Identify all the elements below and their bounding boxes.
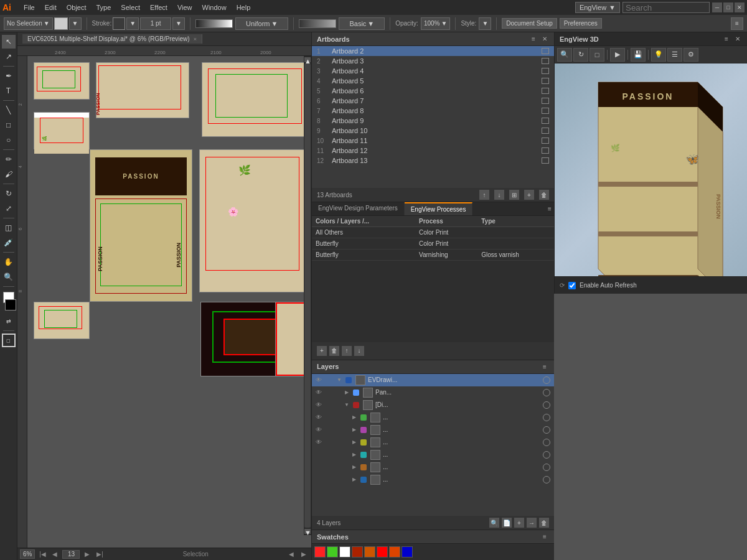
uniform-dropdown[interactable]: Uniform ▼	[235, 17, 288, 30]
artboard-row[interactable]: 6 Artboard 7	[312, 96, 554, 106]
artboard-row[interactable]: 11 Artboard 12	[312, 146, 554, 156]
layer-expand[interactable]: ▶	[350, 476, 358, 483]
nav-last[interactable]: ▶|	[95, 549, 105, 559]
layer-expand[interactable]: ▶	[343, 389, 350, 396]
style-dropdown[interactable]: ▼	[479, 17, 491, 30]
layer-eye[interactable]: 👁	[314, 426, 323, 434]
layer-lock[interactable]	[324, 450, 333, 459]
panel-toggle-icon[interactable]: ≡	[731, 17, 743, 30]
table-row[interactable]: ButterflyVarnishingGloss varnish	[312, 250, 554, 261]
layer-row[interactable]: 👁 ▶ ...	[312, 474, 554, 486]
direct-select-tool[interactable]: ↗	[2, 50, 16, 63]
swatch-cell[interactable]	[339, 546, 350, 558]
move-down-btn[interactable]: ↓	[494, 190, 504, 200]
scroll-thumb[interactable]	[304, 63, 311, 528]
selection-tool[interactable]: ↖	[2, 35, 16, 49]
layer-expand[interactable]: ▶	[350, 414, 358, 421]
layer-lock[interactable]	[324, 438, 333, 447]
page-input[interactable]	[62, 550, 80, 559]
tab-close[interactable]: ×	[194, 36, 197, 42]
artboard-row[interactable]: 10 Artboard 11	[312, 136, 554, 146]
scroll-down[interactable]: ▼	[304, 529, 311, 534]
layer-target[interactable]	[543, 389, 550, 396]
search-input[interactable]	[622, 2, 710, 13]
layer-target[interactable]	[543, 401, 550, 409]
line-tool[interactable]: ╲	[2, 103, 16, 117]
artboards-close-icon[interactable]: ✕	[540, 35, 549, 44]
ev3d-light[interactable]: 💡	[651, 48, 666, 62]
basic-dropdown[interactable]: Basic ▼	[339, 17, 385, 30]
table-row[interactable]: All OthersColor Print	[312, 227, 554, 238]
ev3d-settings[interactable]: ⚙	[684, 48, 698, 62]
swatches-menu-icon[interactable]: ≡	[540, 533, 549, 541]
artboards-list[interactable]: 1 Artboard 2 2 Artboard 3 3 Artboard 4 4…	[312, 46, 554, 188]
nav-next[interactable]: ▶	[82, 549, 92, 559]
layer-target[interactable]	[543, 426, 550, 434]
layer-eye[interactable]: 👁	[314, 376, 323, 385]
swatch-cell[interactable]	[327, 546, 338, 558]
selection-dropdown[interactable]: No Selection ▼	[4, 17, 53, 30]
eyedropper-tool[interactable]: 💉	[2, 236, 16, 250]
table-row[interactable]: ButterflyColor Print	[312, 238, 554, 250]
artboards-menu-icon[interactable]: ≡	[529, 35, 538, 44]
layer-eye[interactable]: 👁	[314, 438, 323, 447]
background-color[interactable]	[5, 299, 16, 310]
menu-help[interactable]: Help	[232, 2, 256, 12]
scroll-right[interactable]: ▶	[299, 549, 309, 559]
layer-expand[interactable]: ▼	[336, 376, 343, 384]
engview-3d-view[interactable]: PASSION 🦋 🌿 PASSION	[555, 63, 747, 276]
engview-dropdown[interactable]: EngView ▼	[575, 2, 620, 13]
ev3d-select[interactable]: □	[590, 48, 604, 62]
rotate-tool[interactable]: ↻	[2, 187, 16, 200]
layer-lock[interactable]	[324, 475, 333, 484]
locate-layer-btn[interactable]: 🔍	[489, 518, 499, 528]
fill-color[interactable]	[54, 17, 68, 30]
move-up-btn[interactable]: ↑	[479, 190, 489, 200]
scroll-left[interactable]: ◀	[286, 549, 296, 559]
layer-target[interactable]	[543, 414, 550, 421]
artboard-row[interactable]: 8 Artboard 9	[312, 116, 554, 126]
layer-expand[interactable]: ▶	[350, 426, 358, 434]
menu-object[interactable]: Object	[62, 2, 92, 12]
nav-first[interactable]: |◀	[37, 549, 47, 559]
artboard-row[interactable]: 7 Artboard 8	[312, 106, 554, 116]
vertical-scrollbar[interactable]: ▲ ▼	[304, 56, 311, 535]
swatch-cell[interactable]	[402, 546, 413, 558]
swatch-cell[interactable]	[377, 546, 388, 558]
layer-lock[interactable]	[324, 376, 333, 385]
minimize-button[interactable]: ─	[712, 2, 722, 12]
move-layer-btn[interactable]: →	[527, 518, 537, 528]
layers-list[interactable]: 👁 ▼ EVDrawi... 👁 ▶ Pan... 👁 ▼ [Di...	[312, 374, 554, 516]
menu-file[interactable]: File	[19, 2, 40, 12]
doc-tab[interactable]: EVC62051 Multiple-Shelf Display.ai* @ 6%…	[22, 34, 202, 44]
nav-prev[interactable]: ◀	[50, 549, 60, 559]
artboard-row[interactable]: 9 Artboard 10	[312, 126, 554, 136]
draw-mode[interactable]: ◻	[2, 334, 16, 347]
swap-colors[interactable]: ⇄	[2, 314, 16, 328]
ev-delete-btn[interactable]: 🗑	[329, 346, 339, 356]
swatch-cell[interactable]	[352, 546, 363, 558]
type-tool[interactable]: T	[2, 84, 16, 98]
ev3d-rotate[interactable]: ↻	[573, 48, 588, 62]
artboard-row[interactable]: 3 Artboard 4	[312, 66, 554, 76]
pencil-tool[interactable]: ✏	[2, 152, 16, 166]
swatch-cell[interactable]	[314, 546, 326, 558]
layer-row[interactable]: 👁 ▶ ...	[312, 461, 554, 474]
layer-target[interactable]	[543, 439, 550, 446]
delete-artboard-btn[interactable]: 🗑	[539, 190, 549, 200]
layer-eye[interactable]: 👁	[314, 413, 323, 422]
artboard-row[interactable]: 2 Artboard 3	[312, 56, 554, 66]
artboard-options-btn[interactable]: ⊞	[509, 190, 519, 200]
layer-target[interactable]	[543, 376, 550, 384]
layer-target[interactable]	[543, 464, 550, 471]
layer-row[interactable]: 👁 ▶ Pan...	[312, 386, 554, 399]
ellipse-tool[interactable]: ○	[2, 133, 16, 147]
ev3d-save[interactable]: 💾	[631, 48, 646, 62]
layer-row[interactable]: 👁 ▶ ...	[312, 424, 554, 436]
artboard-row[interactable]: 4 Artboard 5	[312, 76, 554, 86]
layer-expand[interactable]: ▼	[343, 401, 350, 409]
ev-up-btn[interactable]: ↑	[342, 346, 352, 356]
layer-lock[interactable]	[324, 426, 333, 434]
layer-row[interactable]: 👁 ▶ ...	[312, 436, 554, 449]
auto-refresh-checkbox[interactable]	[568, 282, 576, 289]
